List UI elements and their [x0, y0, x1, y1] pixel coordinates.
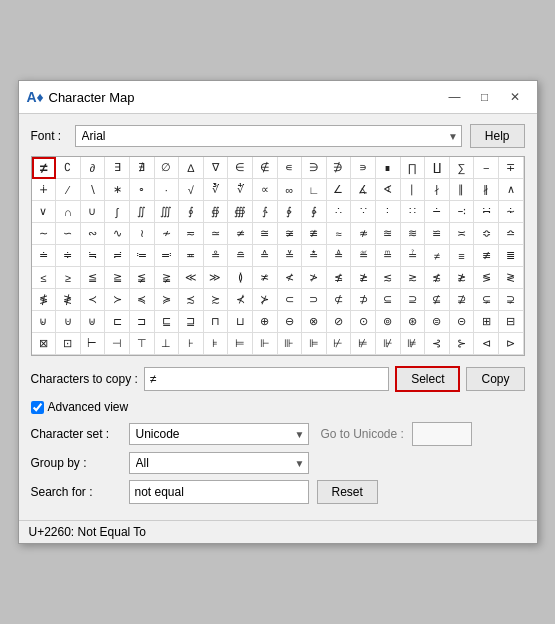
char-cell[interactable]: ≇ — [302, 223, 327, 245]
font-select[interactable]: Arial Courier New Times New Roman Verdan… — [75, 125, 462, 147]
char-cell[interactable]: ≣ — [499, 245, 524, 267]
goto-unicode-input[interactable] — [412, 422, 472, 446]
char-cell[interactable]: ≗ — [204, 245, 229, 267]
char-cell[interactable]: ⊎ — [81, 311, 106, 333]
char-cell[interactable]: ≥ — [56, 267, 81, 289]
char-cell[interactable]: ⊈ — [425, 289, 450, 311]
reset-button[interactable]: Reset — [317, 480, 378, 504]
char-cell[interactable]: ≯ — [302, 267, 327, 289]
char-cell[interactable]: ⊫ — [302, 333, 327, 355]
char-cell[interactable]: ≢ — [474, 245, 499, 267]
char-cell[interactable]: ⊧ — [204, 333, 229, 355]
char-cell[interactable]: ≖ — [179, 245, 204, 267]
char-cell[interactable]: ≉ — [351, 223, 376, 245]
char-cell[interactable]: ∬ — [130, 201, 155, 223]
char-cell[interactable]: ≱ — [351, 267, 376, 289]
char-cell[interactable]: ∋ — [302, 157, 327, 179]
select-button[interactable]: Select — [395, 366, 460, 392]
characters-input[interactable] — [144, 367, 389, 391]
char-cell[interactable]: ∵ — [351, 201, 376, 223]
char-cell[interactable]: ≤ — [32, 267, 57, 289]
char-cell[interactable]: ∺ — [474, 201, 499, 223]
char-cell[interactable]: ≶ — [474, 267, 499, 289]
char-cell[interactable]: ∶ — [376, 201, 401, 223]
search-input[interactable] — [129, 480, 309, 504]
char-cell[interactable]: ∕ — [56, 179, 81, 201]
char-cell[interactable]: ≧ — [105, 267, 130, 289]
char-cell[interactable]: ∧ — [499, 179, 524, 201]
char-cell[interactable]: ∫ — [105, 201, 130, 223]
char-cell[interactable]: ⊃ — [302, 289, 327, 311]
charset-select[interactable]: Unicode Windows: Western DOS: Latin US — [129, 423, 309, 445]
char-cell[interactable]: ∑ — [450, 157, 475, 179]
char-cell[interactable]: ∝ — [253, 179, 278, 201]
char-cell[interactable]: √ — [179, 179, 204, 201]
char-cell[interactable]: ∂ — [81, 157, 106, 179]
char-cell[interactable]: ∹ — [450, 201, 475, 223]
char-cell[interactable]: ≷ — [499, 267, 524, 289]
char-cell[interactable]: ∉ — [253, 157, 278, 179]
char-cell[interactable]: ∱ — [253, 201, 278, 223]
char-cell[interactable]: ∴ — [327, 201, 352, 223]
char-cell[interactable]: ⊦ — [179, 333, 204, 355]
char-cell[interactable]: ∄ — [130, 157, 155, 179]
char-cell[interactable]: ∊ — [278, 157, 303, 179]
char-cell[interactable]: ∈ — [228, 157, 253, 179]
minimize-button[interactable]: — — [441, 87, 469, 107]
char-cell[interactable]: ∰ — [228, 201, 253, 223]
char-cell[interactable]: ≟ — [401, 245, 426, 267]
char-cell[interactable]: ≬ — [228, 267, 253, 289]
char-cell[interactable]: ≞ — [376, 245, 401, 267]
char-cell[interactable]: ⊂ — [278, 289, 303, 311]
char-cell[interactable]: ∷ — [401, 201, 426, 223]
char-cell[interactable]: ∿ — [105, 223, 130, 245]
char-cell[interactable]: ≒ — [81, 245, 106, 267]
char-cell[interactable]: ≭ — [253, 267, 278, 289]
copy-button[interactable]: Copy — [466, 367, 524, 391]
char-cell[interactable]: ∯ — [204, 201, 229, 223]
char-cell[interactable]: ≏ — [499, 223, 524, 245]
char-cell[interactable]: ≅ — [253, 223, 278, 245]
char-cell[interactable]: ⊆ — [376, 289, 401, 311]
char-cell[interactable]: ∣ — [401, 179, 426, 201]
char-cell[interactable]: ∏ — [401, 157, 426, 179]
char-cell[interactable]: ∎ — [376, 157, 401, 179]
char-cell[interactable]: ≼ — [130, 289, 155, 311]
char-cell[interactable]: ≚ — [278, 245, 303, 267]
char-cell[interactable]: ⊙ — [351, 311, 376, 333]
char-cell[interactable]: ≩ — [155, 267, 180, 289]
char-cell[interactable]: ∔ — [32, 179, 57, 201]
char-cell[interactable]: ≪ — [179, 267, 204, 289]
char-cell[interactable]: ∮ — [179, 201, 204, 223]
char-cell[interactable]: ∥ — [450, 179, 475, 201]
advanced-view-label[interactable]: Advanced view — [31, 400, 129, 414]
char-cell[interactable]: ≫ — [204, 267, 229, 289]
char-cell[interactable]: ⊛ — [401, 311, 426, 333]
char-cell[interactable]: ≐ — [32, 245, 57, 267]
char-cell[interactable]: ⊬ — [327, 333, 352, 355]
char-cell[interactable]: ≴ — [425, 267, 450, 289]
char-cell[interactable]: ≑ — [56, 245, 81, 267]
char-cell[interactable]: ≔ — [130, 245, 155, 267]
char-cell[interactable]: ≸ — [32, 289, 57, 311]
char-cell[interactable]: ⊘ — [327, 311, 352, 333]
char-cell[interactable]: ⊌ — [32, 311, 57, 333]
char-cell[interactable]: ⊒ — [179, 311, 204, 333]
char-cell[interactable]: ⊊ — [474, 289, 499, 311]
char-cell[interactable]: ⊗ — [302, 311, 327, 333]
char-cell[interactable]: ∢ — [376, 179, 401, 201]
char-cell[interactable]: ⊲ — [474, 333, 499, 355]
char-cell[interactable]: ≦ — [81, 267, 106, 289]
char-cell[interactable]: ⊳ — [499, 333, 524, 355]
char-cell[interactable]: ∓ — [499, 157, 524, 179]
char-cell[interactable]: ∛ — [204, 179, 229, 201]
char-cell[interactable]: ≡ — [450, 245, 475, 267]
char-cell[interactable]: ≄ — [228, 223, 253, 245]
char-cell[interactable]: ≾ — [179, 289, 204, 311]
char-cell[interactable]: ∍ — [351, 157, 376, 179]
char-cell[interactable]: ⊨ — [228, 333, 253, 355]
char-cell[interactable]: ∲ — [278, 201, 303, 223]
char-cell[interactable]: ⊢ — [81, 333, 106, 355]
char-cell[interactable]: ≙ — [253, 245, 278, 267]
char-cell[interactable]: ≽ — [155, 289, 180, 311]
